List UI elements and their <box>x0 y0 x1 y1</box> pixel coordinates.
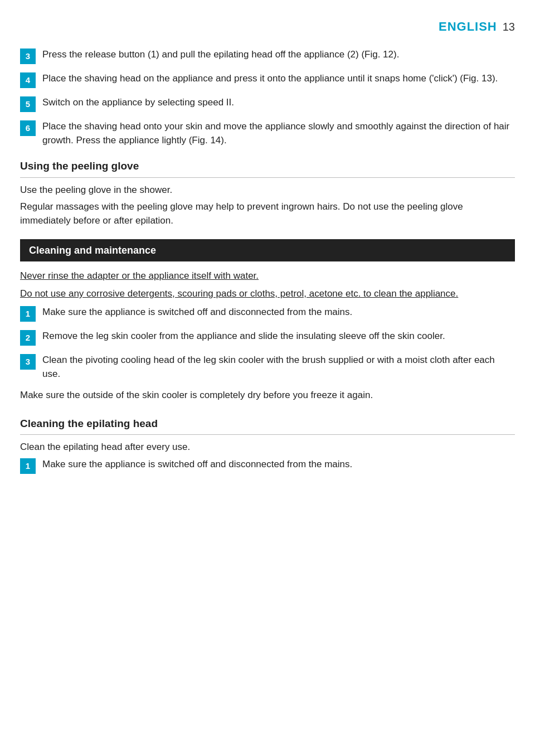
step-3-badge: 3 <box>20 49 36 64</box>
cleaning-step-1: 1 Make sure the appliance is switched of… <box>20 306 515 322</box>
cleaning-step-3: 3 Clean the pivoting cooling head of the… <box>20 353 515 381</box>
epilating-step-1: 1 Make sure the appliance is switched of… <box>20 458 515 474</box>
step-6: 6 Place the shaving head onto your skin … <box>20 120 515 147</box>
cleaning-step-2-badge: 2 <box>20 330 36 346</box>
page-number: 13 <box>503 19 515 35</box>
epilating-heading: Cleaning the epilating head <box>20 416 515 432</box>
step-5-text: Switch on the appliance by selecting spe… <box>42 96 515 110</box>
warning-1: Never rinse the adapter or the appliance… <box>20 269 515 283</box>
language-label: ENGLISH <box>439 18 497 36</box>
step-5-badge: 5 <box>20 96 36 112</box>
step-4-text: Place the shaving head on the appliance … <box>42 72 515 86</box>
step-4-badge: 4 <box>20 72 36 88</box>
cleaning-step-3-badge: 3 <box>20 354 36 370</box>
cleaning-step-1-text: Make sure the appliance is switched off … <box>42 306 515 319</box>
post-step-text: Make sure the outside of the skin cooler… <box>20 389 515 403</box>
step-3-text: Press the release button (1) and pull th… <box>42 48 515 62</box>
cleaning-step-2: 2 Remove the leg skin cooler from the ap… <box>20 329 515 346</box>
cleaning-step-2-text: Remove the leg skin cooler from the appl… <box>42 329 515 343</box>
peeling-line-2: Regular massages with the peeling glove … <box>20 200 515 227</box>
epilating-divider <box>20 434 515 435</box>
epilating-intro: Clean the epilating head after every use… <box>20 440 515 454</box>
epilating-step-1-badge: 1 <box>20 458 36 474</box>
warning-2: Do not use any corrosive detergents, sco… <box>20 287 515 301</box>
step-5: 5 Switch on the appliance by selecting s… <box>20 96 515 112</box>
epilating-step-1-text: Make sure the appliance is switched off … <box>42 458 515 472</box>
peeling-heading: Using the peeling glove <box>20 158 515 174</box>
page-header: ENGLISH 13 <box>20 18 515 36</box>
step-6-badge: 6 <box>20 120 36 136</box>
cleaning-step-1-badge: 1 <box>20 306 36 322</box>
step-4: 4 Place the shaving head on the applianc… <box>20 72 515 88</box>
cleaning-bar-heading: Cleaning and maintenance <box>20 239 515 261</box>
peeling-line-1: Use the peeling glove in the shower. <box>20 183 515 197</box>
step-3: 3 Press the release button (1) and pull … <box>20 48 515 64</box>
peeling-divider <box>20 177 515 178</box>
step-6-text: Place the shaving head onto your skin an… <box>42 120 515 147</box>
cleaning-step-3-text: Clean the pivoting cooling head of the l… <box>42 353 515 381</box>
